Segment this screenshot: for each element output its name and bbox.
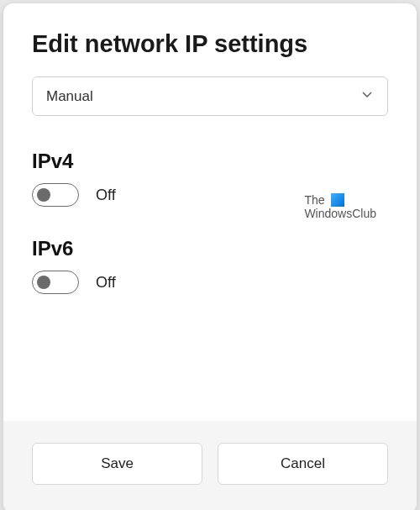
cancel-button[interactable]: Cancel — [218, 443, 388, 485]
ipv4-state-label: Off — [96, 187, 116, 204]
ipv6-toggle-row: Off — [32, 271, 388, 294]
ip-settings-dialog: Edit network IP settings Manual IPv4 Off… — [3, 3, 417, 510]
ip-mode-value: Manual — [46, 88, 93, 105]
ipv4-label: IPv4 — [32, 150, 388, 173]
ipv4-toggle[interactable] — [32, 183, 79, 207]
dialog-content: Edit network IP settings Manual IPv4 Off… — [3, 3, 417, 421]
dialog-title: Edit network IP settings — [32, 30, 388, 58]
ipv6-label: IPv6 — [32, 237, 388, 260]
ipv6-toggle[interactable] — [32, 271, 79, 294]
watermark-line2: WindowsClub — [304, 207, 376, 220]
dialog-footer: Save Cancel — [3, 421, 417, 510]
watermark: The WindowsClub — [304, 193, 376, 220]
watermark-square-icon — [331, 193, 344, 207]
save-button[interactable]: Save — [32, 443, 202, 485]
ipv6-state-label: Off — [96, 274, 116, 292]
watermark-line1: The — [304, 193, 324, 207]
ip-mode-select[interactable]: Manual — [32, 76, 388, 116]
chevron-down-icon — [360, 87, 374, 105]
